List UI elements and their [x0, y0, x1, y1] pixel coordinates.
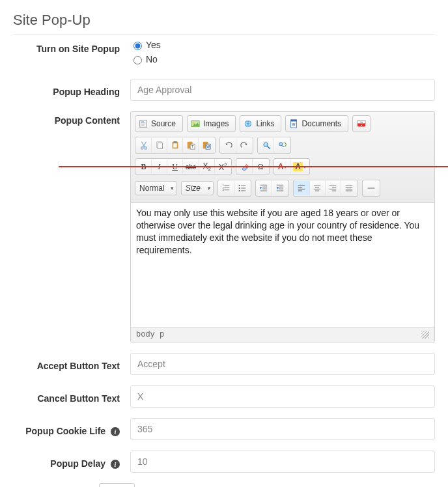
svg-rect-54 [298, 191, 302, 191]
svg-point-7 [245, 120, 252, 128]
hr-button[interactable] [363, 181, 379, 195]
hr-icon [367, 184, 376, 193]
svg-rect-36 [225, 189, 230, 190]
redo-icon [240, 141, 249, 150]
cut-button[interactable] [136, 138, 152, 152]
svg-rect-57 [314, 189, 321, 189]
paste-text-button[interactable]: T [183, 138, 199, 152]
svg-rect-66 [345, 191, 352, 191]
radio-no[interactable]: No [130, 54, 435, 64]
unordered-list-button[interactable] [234, 181, 250, 195]
editor-path[interactable]: body p [136, 330, 164, 339]
label-delay: Popup Delay i [13, 454, 130, 469]
svg-rect-50 [276, 191, 283, 191]
svg-rect-56 [315, 187, 319, 188]
label-cancel: Cancel Button Text [13, 389, 130, 404]
paste-word-button[interactable]: W [199, 138, 214, 152]
label-accept: Accept Button Text [13, 357, 130, 371]
svg-rect-48 [279, 187, 283, 188]
svg-rect-60 [332, 187, 336, 188]
align-center-button[interactable] [310, 181, 326, 195]
svg-rect-2 [141, 122, 146, 123]
label-turn-on: Turn on Site Popup [13, 40, 130, 54]
svg-rect-49 [279, 189, 283, 189]
cookie-life-input[interactable] [130, 418, 435, 440]
links-button[interactable]: Links [241, 117, 280, 131]
cancel-input[interactable] [130, 385, 435, 408]
svg-text:You: You [360, 121, 363, 124]
radio-no-input[interactable] [133, 56, 142, 64]
svg-point-15 [141, 147, 143, 150]
align-right-button[interactable] [326, 181, 341, 195]
label-heading: Popup Heading [13, 83, 130, 97]
svg-rect-20 [173, 141, 176, 143]
cut-icon [139, 141, 148, 150]
svg-rect-43 [260, 185, 268, 186]
svg-text:T: T [191, 144, 193, 148]
format-select[interactable]: Normal [135, 181, 177, 195]
svg-rect-35 [225, 188, 230, 188]
svg-rect-55 [314, 186, 321, 186]
svg-point-16 [144, 147, 147, 150]
images-button[interactable]: Images [188, 117, 234, 131]
svg-rect-61 [329, 189, 337, 189]
outdent-button[interactable] [257, 181, 272, 195]
svg-rect-10 [291, 120, 297, 122]
align-left-icon [297, 184, 306, 193]
heading-input[interactable] [130, 79, 435, 101]
find-button[interactable] [259, 138, 274, 152]
indent-button[interactable] [272, 181, 288, 195]
svg-rect-65 [345, 189, 352, 189]
ordered-list-button[interactable]: 123 [219, 181, 234, 195]
align-center-icon [313, 184, 322, 193]
radio-no-label: No [146, 54, 158, 64]
svg-rect-64 [345, 187, 352, 188]
svg-rect-3 [141, 124, 146, 124]
svg-rect-52 [298, 187, 302, 188]
info-icon[interactable]: i [111, 427, 120, 436]
paste-button[interactable] [167, 138, 183, 152]
align-justify-button[interactable] [341, 181, 357, 195]
save-button[interactable]: SAVE [99, 483, 135, 487]
svg-point-6 [193, 122, 195, 124]
svg-text:3: 3 [223, 189, 224, 191]
youtube-button[interactable]: You [354, 117, 369, 131]
svg-point-39 [238, 190, 240, 191]
copy-icon [155, 141, 164, 150]
indent-icon [275, 184, 285, 193]
align-justify-icon [344, 184, 354, 193]
outdent-icon [259, 184, 268, 193]
svg-text:W: W [292, 122, 296, 126]
svg-rect-40 [241, 185, 245, 186]
svg-point-30 [279, 143, 283, 146]
copy-button[interactable] [152, 138, 167, 152]
paste-text-icon: T [186, 141, 195, 150]
label-content: Popup Content [13, 111, 130, 126]
editor-body[interactable]: You may only use this website if you are… [131, 203, 434, 327]
svg-rect-41 [241, 188, 245, 188]
documents-button[interactable]: W Documents [287, 117, 347, 131]
size-select[interactable]: Size [181, 181, 214, 195]
svg-rect-67 [367, 188, 374, 188]
replace-button[interactable] [274, 138, 290, 152]
redo-button[interactable] [236, 138, 252, 152]
radio-yes-label: Yes [146, 40, 161, 50]
replace-icon [277, 141, 287, 150]
align-left-button[interactable] [294, 181, 310, 195]
svg-rect-1 [141, 122, 144, 122]
delay-input[interactable] [130, 451, 435, 473]
links-icon [244, 119, 253, 128]
paste-icon [171, 141, 180, 150]
radio-yes[interactable]: Yes [130, 40, 435, 50]
radio-yes-input[interactable] [133, 42, 142, 50]
info-icon[interactable]: i [111, 460, 120, 469]
ordered-list-icon: 123 [221, 184, 231, 193]
text-color-button[interactable]: A▾ [275, 160, 290, 174]
source-button[interactable]: Source [136, 117, 182, 131]
svg-point-38 [238, 188, 240, 189]
svg-rect-34 [225, 185, 230, 186]
resize-handle[interactable] [421, 331, 429, 339]
svg-rect-44 [262, 187, 267, 188]
accept-input[interactable] [130, 353, 435, 375]
undo-button[interactable] [221, 138, 236, 152]
